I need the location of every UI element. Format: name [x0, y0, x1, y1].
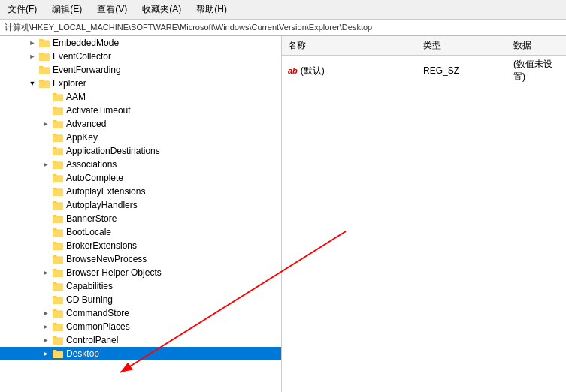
- folder-icon-bootlocale: [52, 227, 64, 237]
- tree-item-embeddedmode[interactable]: ► EmbeddedMode: [0, 36, 281, 50]
- tree-label-bannerstore: BannerStore: [66, 213, 117, 224]
- tree-label-associations: Associations: [66, 159, 117, 170]
- tree-item-applicationdestinations[interactable]: ► ApplicationDestinations: [0, 144, 281, 158]
- menu-favorites[interactable]: 收藏夹(A): [139, 2, 184, 17]
- menu-edit[interactable]: 编辑(E): [49, 2, 85, 17]
- cell-data-default: (数值未设置): [507, 57, 566, 84]
- expander-commandstore[interactable]: ►: [41, 308, 51, 318]
- tree-label-advanced: Advanced: [66, 119, 106, 129]
- col-header-type: 类型: [417, 38, 507, 53]
- expander-explorer[interactable]: ▼: [27, 78, 38, 89]
- tree-item-commonplaces[interactable]: ► CommonPlaces: [0, 320, 281, 333]
- menu-file[interactable]: 文件(F): [5, 2, 40, 17]
- folder-icon-aam: [52, 92, 64, 102]
- right-panel-header: 名称 类型 数据: [282, 36, 566, 56]
- cell-type-default: REG_SZ: [417, 65, 507, 77]
- folder-icon-embeddedmode: [38, 38, 50, 48]
- tree-label-controlpanel: ControlPanel: [66, 335, 118, 345]
- folder-icon-bannerstore: [52, 213, 64, 224]
- tree-item-bootlocale[interactable]: ► BootLocale: [0, 225, 281, 239]
- tree-label-cdburning: CD Burning: [66, 294, 113, 305]
- tree-panel: ► EmbeddedMode ► EventCollector ►: [0, 36, 282, 392]
- expander-embeddedmode[interactable]: ►: [27, 38, 38, 48]
- folder-icon-autoplayextensions: [52, 186, 64, 197]
- folder-icon-commandstore: [52, 308, 64, 318]
- right-row-default[interactable]: ab (默认) REG_SZ (数值未设置): [282, 56, 566, 86]
- tree-label-embeddedmode: EmbeddedMode: [53, 38, 119, 48]
- tree-label-aam: AAM: [66, 92, 86, 102]
- tree-item-autoplayextensions[interactable]: ► AutoplayExtensions: [0, 185, 281, 198]
- tree-item-eventforwarding[interactable]: ► EventForwarding: [0, 63, 281, 77]
- tree-label-commonplaces: CommonPlaces: [66, 321, 130, 332]
- folder-icon-brokerextensions: [52, 240, 64, 251]
- tree-item-bannerstore[interactable]: ► BannerStore: [0, 212, 281, 225]
- tree-label-desktop: Desktop: [66, 348, 99, 359]
- tree-item-eventcollector[interactable]: ► EventCollector: [0, 50, 281, 63]
- tree-label-brokerextensions: BrokerExtensions: [66, 240, 137, 251]
- folder-icon-cdburning: [52, 294, 64, 305]
- tree-item-browserhelperobjects[interactable]: ► Browser Helper Objects: [0, 266, 281, 279]
- tree-label-capabilities: Capabilities: [66, 281, 113, 291]
- folder-icon-controlpanel: [52, 335, 64, 345]
- folder-icon-browserhelperobjects: [52, 267, 64, 278]
- tree-label-eventcollector: EventCollector: [53, 51, 111, 62]
- expander-eventcollector[interactable]: ►: [27, 51, 38, 62]
- folder-icon-eventcollector: [38, 51, 50, 62]
- tree-item-appkey[interactable]: ► AppKey: [0, 131, 281, 144]
- folder-icon-autocomplete: [52, 173, 64, 183]
- tree-label-autoplayhandlers: AutoplayHandlers: [66, 200, 138, 210]
- tree-item-controlpanel[interactable]: ► ControlPanel: [0, 333, 281, 347]
- tree-item-advanced[interactable]: ► Advanced: [0, 117, 281, 131]
- tree-label-eventforwarding: EventForwarding: [53, 65, 121, 75]
- tree-item-brokerextensions[interactable]: ► BrokerExtensions: [0, 239, 281, 252]
- col-header-data: 数据: [507, 38, 566, 53]
- col-header-name: 名称: [282, 38, 417, 53]
- tree-label-bootlocale: BootLocale: [66, 227, 111, 237]
- folder-icon-associations: [52, 159, 64, 170]
- folder-icon-appkey: [52, 132, 64, 143]
- tree-item-aam[interactable]: ► AAM: [0, 90, 281, 104]
- folder-icon-commonplaces: [52, 321, 64, 332]
- address-text: 计算机\HKEY_LOCAL_MACHINE\SOFTWARE\Microsof…: [5, 22, 372, 33]
- tree-item-browsenewprocess[interactable]: ► BrowseNewProcess: [0, 252, 281, 266]
- menu-view[interactable]: 查看(V): [94, 2, 130, 17]
- tree-label-autoplayextensions: AutoplayExtensions: [66, 186, 145, 197]
- folder-icon-autoplayhandlers: [52, 200, 64, 210]
- tree-label-autocomplete: AutoComplete: [66, 173, 123, 183]
- menubar: 文件(F) 编辑(E) 查看(V) 收藏夹(A) 帮助(H): [0, 0, 566, 20]
- expander-desktop[interactable]: ►: [41, 348, 51, 359]
- addressbar: 计算机\HKEY_LOCAL_MACHINE\SOFTWARE\Microsof…: [0, 20, 566, 36]
- reg-value-icon: ab: [288, 66, 298, 75]
- folder-icon-desktop: [52, 348, 64, 359]
- tree-label-commandstore: CommandStore: [66, 308, 129, 318]
- tree-label-browsenewprocess: BrowseNewProcess: [66, 254, 147, 264]
- right-panel: 名称 类型 数据 ab (默认) REG_SZ (数值未设置): [282, 36, 566, 392]
- tree-label-applicationdestinations: ApplicationDestinations: [66, 146, 160, 156]
- folder-icon-applicationdestinations: [52, 146, 64, 156]
- tree-item-autocomplete[interactable]: ► AutoComplete: [0, 171, 281, 185]
- menu-help[interactable]: 帮助(H): [193, 2, 230, 17]
- folder-icon-advanced: [52, 119, 64, 129]
- tree-item-explorer[interactable]: ▼ Explorer: [0, 77, 281, 90]
- expander-associations[interactable]: ►: [41, 159, 51, 170]
- tree-item-associations[interactable]: ► Associations: [0, 158, 281, 171]
- tree-item-desktop[interactable]: ► Desktop: [0, 347, 281, 360]
- tree-label-activatetimeout: ActivateTimeout: [66, 105, 131, 116]
- cell-name-text: (默认): [301, 65, 325, 77]
- tree-label-explorer: Explorer: [53, 78, 86, 89]
- folder-icon-capabilities: [52, 281, 64, 291]
- expander-advanced[interactable]: ►: [41, 119, 51, 129]
- tree-label-appkey: AppKey: [66, 132, 98, 143]
- tree-label-browserhelperobjects: Browser Helper Objects: [66, 267, 162, 278]
- folder-icon-activatetimeout: [52, 105, 64, 116]
- folder-icon-explorer: [38, 78, 50, 89]
- tree-item-cdburning[interactable]: ► CD Burning: [0, 293, 281, 306]
- expander-browserhelperobjects[interactable]: ►: [41, 267, 51, 278]
- expander-commonplaces[interactable]: ►: [41, 321, 51, 332]
- tree-item-commandstore[interactable]: ► CommandStore: [0, 306, 281, 320]
- expander-controlpanel[interactable]: ►: [41, 335, 51, 345]
- main-container: ► EmbeddedMode ► EventCollector ►: [0, 36, 566, 392]
- tree-item-activatetimeout[interactable]: ► ActivateTimeout: [0, 104, 281, 117]
- tree-item-capabilities[interactable]: ► Capabilities: [0, 279, 281, 293]
- tree-item-autoplayhandlers[interactable]: ► AutoplayHandlers: [0, 198, 281, 212]
